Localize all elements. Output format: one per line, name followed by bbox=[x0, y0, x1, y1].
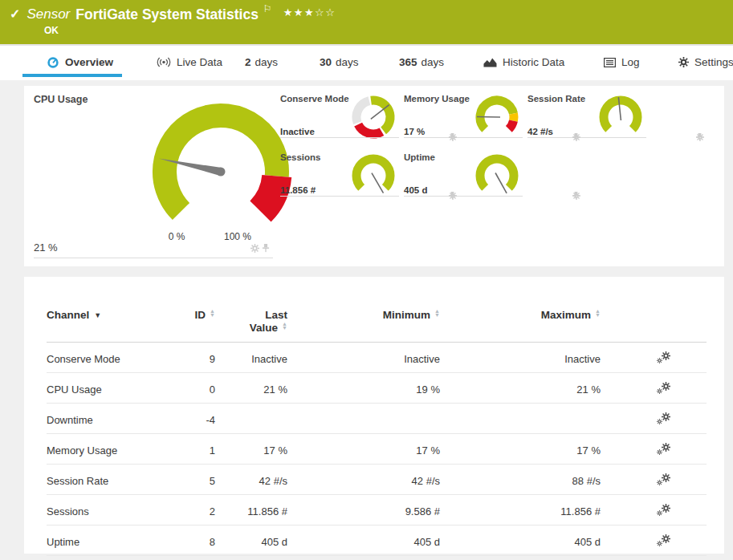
cell-minimum: 405 d bbox=[287, 526, 440, 556]
column-header-id[interactable]: ID▲▼ bbox=[177, 309, 215, 343]
cell-id: 8 bbox=[177, 526, 215, 556]
cell-last-value: 17 % bbox=[215, 434, 287, 465]
cell-minimum: 42 #/s bbox=[287, 465, 440, 495]
cell-last-value: 405 d bbox=[215, 526, 287, 556]
cell-divider bbox=[280, 196, 399, 197]
tab-label: Settings bbox=[694, 56, 733, 68]
table-row: Session Rate 5 42 #/s 42 #/s 88 #/s bbox=[47, 465, 707, 495]
tab-log[interactable]: Log bbox=[604, 46, 640, 79]
sessions-gauge-cell: Sessions 11.856 # bbox=[280, 149, 399, 202]
log-list-icon bbox=[604, 58, 616, 67]
stars-filled[interactable]: ★★★ bbox=[283, 6, 315, 18]
uptime-gauge-cell: Uptime 405 d bbox=[404, 149, 523, 202]
cell-divider bbox=[527, 137, 646, 138]
cell-minimum: 17 % bbox=[287, 434, 440, 465]
tab-365-days[interactable]: 365 days bbox=[399, 46, 444, 79]
gauge-title: Memory Usage bbox=[404, 94, 470, 103]
cell-minimum bbox=[287, 404, 440, 434]
cell-channel: Downtime bbox=[47, 404, 177, 434]
tab-settings[interactable]: Settings bbox=[678, 46, 733, 79]
flag-icon[interactable]: ⚐ bbox=[263, 4, 272, 14]
cell-last-value: Inactive bbox=[215, 343, 287, 373]
table-header-row: Channel▼ ID▲▼ Last Value▲▼ Minimum▲▼ Max… bbox=[47, 309, 707, 343]
sort-both-icon: ▲▼ bbox=[595, 309, 601, 317]
tab-number: 2 bbox=[245, 56, 251, 68]
cell-maximum: 11.856 # bbox=[440, 495, 601, 526]
channels-table-panel: Channel▼ ID▲▼ Last Value▲▼ Minimum▲▼ Max… bbox=[24, 277, 724, 554]
tab-label: Live Data bbox=[177, 56, 222, 68]
column-header-minimum[interactable]: Minimum▲▼ bbox=[287, 309, 440, 343]
cell-divider bbox=[404, 196, 523, 197]
stars-empty[interactable]: ☆☆ bbox=[315, 6, 336, 18]
sort-both-icon: ▲▼ bbox=[282, 322, 287, 330]
tab-2-days[interactable]: 2 days bbox=[245, 46, 278, 79]
cell-last-value bbox=[215, 404, 287, 434]
tab-label: Overview bbox=[65, 56, 113, 68]
cell-last-value: 21 % bbox=[215, 373, 287, 404]
channel-settings-gears-icon[interactable] bbox=[657, 473, 670, 485]
gauge-settings-gear-icon[interactable] bbox=[250, 244, 259, 253]
cell-id: 2 bbox=[177, 495, 215, 526]
cell-id: 1 bbox=[177, 434, 215, 465]
channel-settings-gears-icon[interactable] bbox=[657, 382, 670, 394]
column-header-maximum[interactable]: Maximum▲▼ bbox=[440, 309, 601, 343]
memory-usage-gauge bbox=[474, 95, 519, 140]
cell-minimum: 9.586 # bbox=[287, 495, 440, 526]
column-label: Value bbox=[250, 322, 278, 334]
table-row: CPU Usage 0 21 % 19 % 21 % bbox=[47, 373, 707, 404]
channel-settings-gears-icon[interactable] bbox=[657, 534, 670, 546]
tab-historic-data[interactable]: Historic Data bbox=[483, 46, 564, 79]
sort-both-icon: ▲▼ bbox=[434, 309, 440, 317]
area-chart-icon bbox=[483, 57, 497, 67]
cell-maximum: 88 #/s bbox=[440, 465, 601, 495]
tab-number: 30 bbox=[320, 56, 332, 68]
table-row: Memory Usage 1 17 % 17 % 17 % bbox=[47, 434, 707, 465]
table-row: Downtime -4 bbox=[47, 404, 707, 434]
sort-both-icon: ▲▼ bbox=[210, 309, 215, 317]
table-row: Sessions 2 11.856 # 9.586 # 11.856 # bbox=[47, 495, 707, 526]
column-label: ID bbox=[195, 309, 206, 321]
channel-settings-gears-icon[interactable] bbox=[657, 504, 670, 516]
tab-live-data[interactable]: Live Data bbox=[157, 46, 222, 79]
cell-maximum: 21 % bbox=[440, 373, 601, 404]
gauge-scale-max: 100 % bbox=[215, 231, 260, 242]
channel-settings-gears-icon[interactable] bbox=[657, 351, 670, 363]
gauge-value: 17 % bbox=[404, 127, 425, 136]
column-header-channel[interactable]: Channel▼ bbox=[47, 309, 177, 343]
priority-stars[interactable]: ★★★☆☆ bbox=[283, 6, 336, 18]
gauge-value: 42 #/s bbox=[527, 127, 553, 136]
cell-maximum: 405 d bbox=[440, 526, 601, 556]
cell-id: 9 bbox=[177, 343, 215, 373]
channel-settings-gears-icon[interactable] bbox=[657, 443, 670, 455]
channel-settings-gears-icon[interactable] bbox=[657, 412, 670, 424]
cell-maximum: Inactive bbox=[440, 343, 601, 373]
sensor-kind-label: Sensor bbox=[26, 6, 70, 23]
uptime-gauge bbox=[474, 153, 519, 198]
status-badge: OK bbox=[44, 25, 59, 36]
tab-30-days[interactable]: 30 days bbox=[320, 46, 359, 79]
cell-channel: Memory Usage bbox=[47, 434, 177, 465]
active-tab-underline bbox=[22, 74, 122, 77]
cell-last-value: 11.856 # bbox=[215, 495, 287, 526]
cpu-usage-gauge bbox=[145, 98, 297, 241]
table-row: Uptime 8 405 d 405 d 405 d bbox=[47, 526, 707, 556]
status-ok-check-icon: ✓ bbox=[10, 6, 20, 23]
tab-bar: Overview Live Data 2 days 30 days 365 da… bbox=[0, 44, 733, 80]
cell-channel: Conserve Mode bbox=[47, 343, 177, 373]
tab-label: Log bbox=[621, 56, 640, 68]
column-label: Minimum bbox=[383, 309, 430, 321]
cell-maximum bbox=[440, 404, 601, 434]
gauge-title: Conserve Mode bbox=[280, 94, 349, 103]
gauge-pin-icon[interactable] bbox=[262, 244, 270, 253]
cell-channel: Session Rate bbox=[47, 465, 177, 495]
tab-label: days bbox=[336, 56, 359, 68]
gauge-title: Uptime bbox=[404, 152, 435, 162]
sessions-gauge bbox=[351, 153, 396, 198]
cell-minimum: Inactive bbox=[287, 343, 440, 373]
sensor-header: ✓ Sensor FortiGate System Statistics ⚐ ★… bbox=[0, 0, 733, 44]
gauge-title: Session Rate bbox=[527, 94, 585, 103]
cell-divider bbox=[280, 137, 399, 138]
column-header-last-value[interactable]: Last Value▲▼ bbox=[215, 309, 287, 343]
gauge-icon bbox=[47, 56, 59, 69]
cell-id: -4 bbox=[177, 404, 215, 434]
